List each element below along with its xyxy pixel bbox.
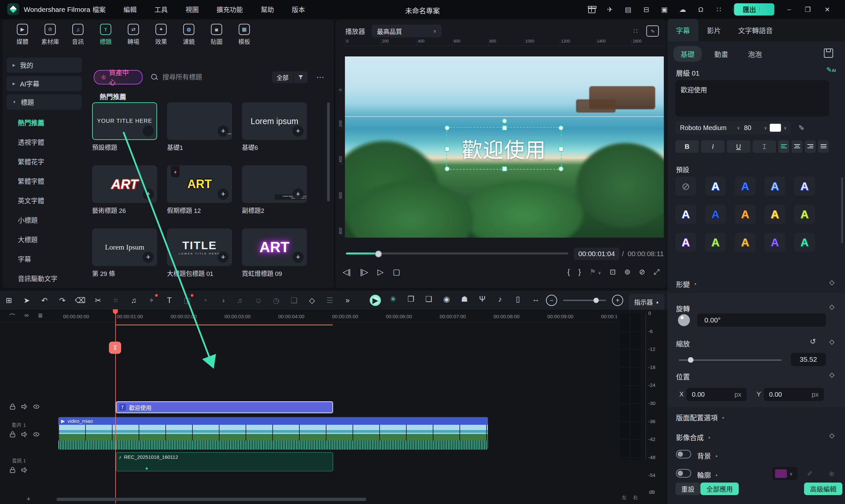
keyframe-diamond-icon[interactable]: ◇ [829, 431, 834, 439]
lock-icon[interactable] [9, 467, 16, 473]
eyedropper-icon[interactable]: ✐ [797, 124, 806, 130]
filter-funnel-button[interactable] [294, 71, 308, 83]
crop-icon[interactable]: ⌗ [107, 296, 125, 305]
voiceover-mic-icon[interactable]: Ψ [473, 295, 491, 306]
save-icon[interactable]: ▣ [660, 5, 669, 15]
text-selection-box[interactable]: 歡迎使用 [446, 127, 562, 170]
template-thumbnail[interactable]: TITLE LOWER TITLE HERE + ♦ [167, 229, 232, 266]
template-card[interactable]: YOUR TITLE HERE ♦ 預設標題 [92, 102, 156, 151]
add-track-button[interactable]: + [26, 495, 31, 503]
outline-toggle[interactable] [676, 469, 691, 478]
position-x-input[interactable]: 0.00px [687, 388, 747, 401]
mute-speaker-icon[interactable]: ⊘ [639, 268, 645, 276]
stop-button[interactable]: ▢ [393, 267, 400, 276]
card-action-button[interactable] [143, 125, 154, 137]
asset-tab[interactable]: ▶ 媒體 [8, 20, 36, 50]
video-stage[interactable]: 歡迎使用 [345, 56, 664, 238]
lock-icon[interactable] [9, 403, 16, 410]
more-options-button[interactable]: ⋯ [316, 73, 325, 82]
color-correction-icon[interactable]: ◑ [214, 296, 232, 305]
hide-eye-icon[interactable] [33, 431, 40, 438]
keyframe-diamond-icon[interactable]: ◇ [829, 303, 834, 311]
phone-mirror-icon[interactable]: ▯ [509, 295, 527, 306]
properties-tab[interactable]: 字幕 [667, 19, 698, 41]
preview-play-icon[interactable]: ◉ [438, 295, 455, 306]
resize-handle[interactable] [445, 166, 450, 171]
hide-eye-icon[interactable] [33, 403, 40, 410]
text-clip[interactable]: T 歡迎使用 [116, 401, 333, 413]
card-action-button[interactable]: + [292, 125, 304, 137]
multi-view-icon[interactable]: ∷ [633, 27, 638, 35]
lock-icon[interactable] [9, 431, 16, 438]
video-clip[interactable]: ▶ video_miao [58, 417, 488, 450]
mute-icon[interactable] [21, 431, 28, 438]
redo-icon[interactable]: ↷ [53, 296, 71, 305]
smart-cut-icon[interactable]: ✦ [143, 296, 160, 305]
style-preset[interactable]: A [705, 177, 726, 196]
template-card[interactable]: Lorem ipsum dolor sit amet, consectetur … [242, 165, 306, 215]
advanced-edit-button[interactable]: 高級編輯 [804, 483, 842, 495]
template-thumbnail[interactable]: Lorem ipsum + ♦ [167, 102, 232, 140]
card-action-button[interactable]: + [292, 252, 304, 263]
layout-icon[interactable]: ⊟ [641, 5, 651, 15]
adjust-icon[interactable]: ☰ [321, 296, 339, 305]
rotate-handle[interactable] [502, 119, 507, 123]
bold-button[interactable]: B [675, 140, 699, 153]
delete-icon[interactable]: ⌫ [71, 296, 89, 305]
style-preset[interactable]: ⊘ [675, 177, 696, 196]
play-button[interactable]: ▷ [377, 267, 383, 276]
scale-value-input[interactable]: 35.52 [791, 353, 826, 366]
support-headset-icon[interactable]: Ω [696, 5, 706, 15]
asset-tab[interactable]: ◍ 濾鏡 [175, 20, 203, 50]
position-y-input[interactable]: 0.00px [764, 388, 824, 401]
card-action-button[interactable]: + [217, 125, 229, 137]
speed-icon[interactable]: ◔ [196, 296, 214, 305]
track-manager-icon[interactable]: ≣ [38, 312, 43, 321]
asset-tab[interactable]: ♔ 素材庫 [36, 20, 64, 50]
resize-handle[interactable] [558, 125, 563, 130]
style-preset[interactable]: A [735, 205, 756, 224]
sidebar-group[interactable]: ▼ 標題 [6, 94, 82, 110]
asset-tab[interactable]: ▦ 模板 [230, 20, 258, 50]
portrait-icon[interactable]: ☺ [250, 296, 267, 305]
zoom-in-icon[interactable]: + [612, 295, 623, 306]
asset-tab[interactable]: ✦ 效果 [147, 20, 175, 50]
fit-timeline-icon[interactable]: ↔ [527, 295, 545, 306]
mark-in-icon[interactable]: { [568, 268, 570, 276]
resize-handle[interactable] [502, 166, 507, 171]
templates-scrollbar[interactable] [327, 102, 330, 201]
font-color-dropdown[interactable]: ∨ [767, 121, 791, 134]
template-thumbnail[interactable]: Lorem Ipsum + ♦ [92, 229, 157, 266]
align-justify-button[interactable] [818, 140, 829, 153]
filter-all-button[interactable]: 全部 [272, 71, 293, 83]
properties-tab[interactable]: 影片 [698, 19, 730, 41]
card-action-button[interactable]: + [143, 252, 154, 263]
resize-handle[interactable] [445, 125, 450, 130]
rotation-input[interactable]: 0.00° [697, 313, 826, 327]
reset-button[interactable]: 重設 [675, 483, 700, 495]
panel-scrollbar[interactable] [841, 177, 843, 243]
style-preset[interactable]: A [765, 177, 785, 196]
scale-slider[interactable] [679, 359, 781, 361]
marker-icon[interactable]: ⚑ ∨ [590, 268, 601, 276]
subtitle-subtab[interactable]: 動畫 [707, 46, 735, 62]
minimize-button[interactable]: – [787, 6, 791, 13]
export-button[interactable]: 匯出 ∨ [734, 3, 774, 16]
overlay-text[interactable]: 歡迎使用 [447, 128, 561, 169]
beat-detect-icon[interactable]: ♫ [125, 296, 143, 305]
asset-tab[interactable]: T 標題 [92, 20, 120, 50]
outline-color-dropdown[interactable]: ∨ [772, 467, 797, 480]
split-scissors-badge[interactable]: ✂ [109, 342, 121, 354]
chevron-down-icon[interactable]: ∨ [759, 7, 766, 12]
search-input[interactable] [162, 73, 272, 82]
timeline-zoom-slider[interactable] [563, 300, 606, 301]
subtitle-subtab[interactable]: 泡泡 [741, 46, 769, 62]
style-preset[interactable]: A [735, 177, 756, 196]
style-preset[interactable]: A [735, 233, 756, 252]
add-circle-icon[interactable]: ⊕ [829, 470, 834, 478]
more-tools-icon[interactable]: » [339, 296, 357, 305]
layout-options-header[interactable]: 版面配置選項▴ [676, 412, 724, 422]
asset-tab[interactable]: ⇄ 轉場 [120, 20, 147, 50]
maximize-button[interactable]: ❐ [805, 6, 811, 14]
sidebar-item[interactable]: 小標題 [3, 210, 86, 230]
